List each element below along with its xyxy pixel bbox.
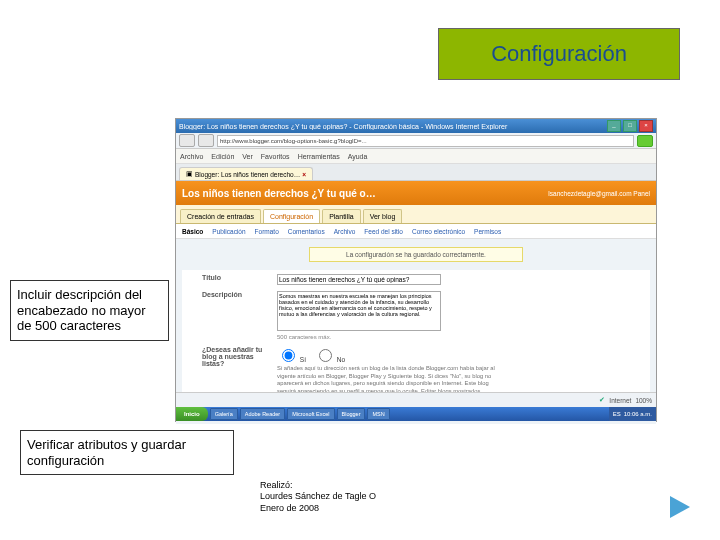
radio-no[interactable]: No	[314, 346, 345, 363]
lang-indicator[interactable]: ES	[613, 411, 621, 417]
subtab-format[interactable]: Formato	[255, 228, 279, 235]
system-tray: ES 10:06 a.m.	[609, 407, 656, 421]
menu-item[interactable]: Herramientas	[298, 153, 340, 160]
internet-zone: Internet	[609, 397, 631, 404]
blogger-header: Los niños tienen derechos ¿Y tu qué o… l…	[176, 181, 656, 205]
url-field[interactable]: http://www.blogger.com/blog-options-basi…	[217, 135, 634, 147]
address-bar: http://www.blogger.com/blog-options-basi…	[176, 133, 656, 149]
callout-verify: Verificar atributos y guardar configurac…	[20, 430, 234, 475]
go-button[interactable]	[637, 135, 653, 147]
tab-settings[interactable]: Configuración	[263, 209, 320, 223]
browser-window: Blogger: Los niños tienen derechos ¿Y tu…	[175, 118, 657, 422]
task-button[interactable]: Adobe Reader	[240, 408, 285, 420]
menu-item[interactable]: Ver	[242, 153, 253, 160]
tab-strip: ▣Blogger: Los niños tienen derecho…×	[176, 164, 656, 181]
forward-button[interactable]	[198, 134, 214, 147]
slide-title: Configuración	[438, 28, 680, 80]
subtab-archive[interactable]: Archivo	[334, 228, 356, 235]
callout-description: Incluir descripción del encabezado no ma…	[10, 280, 169, 341]
title-label: Título	[202, 274, 277, 285]
back-button[interactable]	[179, 134, 195, 147]
title-input[interactable]	[277, 274, 441, 285]
subtab-comments[interactable]: Comentarios	[288, 228, 325, 235]
credit-block: Realizó: Lourdes Sánchez de Tagle O Ener…	[260, 480, 376, 514]
sub-tabs: Básico Publicación Formato Comentarios A…	[176, 224, 656, 239]
tab-view-blog[interactable]: Ver blog	[363, 209, 403, 223]
subtab-basic[interactable]: Básico	[182, 228, 203, 235]
main-tabs: Creación de entradas Configuración Plant…	[176, 205, 656, 224]
account-info[interactable]: lsanchezdetagle@gmail.com Panel	[548, 190, 650, 197]
browser-tab[interactable]: ▣Blogger: Los niños tienen derecho…×	[179, 167, 313, 180]
menu-item[interactable]: Archivo	[180, 153, 203, 160]
task-button[interactable]: MSN	[367, 408, 389, 420]
zoom-level[interactable]: 100%	[635, 397, 652, 404]
menu-item[interactable]: Edición	[211, 153, 234, 160]
task-button[interactable]: Galería	[210, 408, 238, 420]
windows-taskbar: Inicio Galería Adobe Reader Microsoft Ex…	[176, 407, 656, 421]
start-button[interactable]: Inicio	[176, 407, 208, 421]
char-counter: 500 caracteres máx.	[277, 334, 441, 340]
tab-template[interactable]: Plantilla	[322, 209, 361, 223]
settings-form: Título Descripción 500 caracteres máx. ¿…	[182, 270, 650, 405]
radio-yes[interactable]: Sí	[277, 346, 306, 363]
blog-title: Los niños tienen derechos ¿Y tu qué o…	[182, 188, 376, 199]
task-button[interactable]: Microsoft Excel	[287, 408, 334, 420]
description-label: Descripción	[202, 291, 277, 340]
save-notice: La configuración se ha guardado correcta…	[309, 247, 523, 262]
favicon: ▣	[186, 170, 193, 178]
listing-label: ¿Deseas añadir tu blog a nuestras listas…	[202, 346, 277, 395]
subtab-publishing[interactable]: Publicación	[212, 228, 245, 235]
clock: 10:06 a.m.	[624, 411, 652, 417]
description-textarea[interactable]	[277, 291, 441, 331]
menu-bar: Archivo Edición Ver Favoritos Herramient…	[176, 149, 656, 164]
subtab-feed[interactable]: Feed del sitio	[364, 228, 403, 235]
page-content: Los niños tienen derechos ¿Y tu qué o… l…	[176, 181, 656, 424]
zone-icon: ✔	[599, 396, 605, 404]
tab-posts[interactable]: Creación de entradas	[180, 209, 261, 223]
subtab-permissions[interactable]: Permisos	[474, 228, 501, 235]
menu-item[interactable]: Favoritos	[261, 153, 290, 160]
status-bar: ✔ Internet 100%	[176, 392, 656, 407]
close-tab-icon[interactable]: ×	[302, 171, 306, 178]
task-button[interactable]: Blogger	[337, 408, 366, 420]
window-titlebar: Blogger: Los niños tienen derechos ¿Y tu…	[176, 119, 656, 133]
next-slide-icon[interactable]	[670, 496, 690, 518]
subtab-email[interactable]: Correo electrónico	[412, 228, 465, 235]
maximize-button[interactable]: □	[623, 120, 637, 132]
minimize-button[interactable]: _	[607, 120, 621, 132]
menu-item[interactable]: Ayuda	[348, 153, 368, 160]
listing-help: Si añades aquí tu dirección será un blog…	[277, 365, 507, 395]
window-title: Blogger: Los niños tienen derechos ¿Y tu…	[179, 123, 607, 130]
close-button[interactable]: ×	[639, 120, 653, 132]
